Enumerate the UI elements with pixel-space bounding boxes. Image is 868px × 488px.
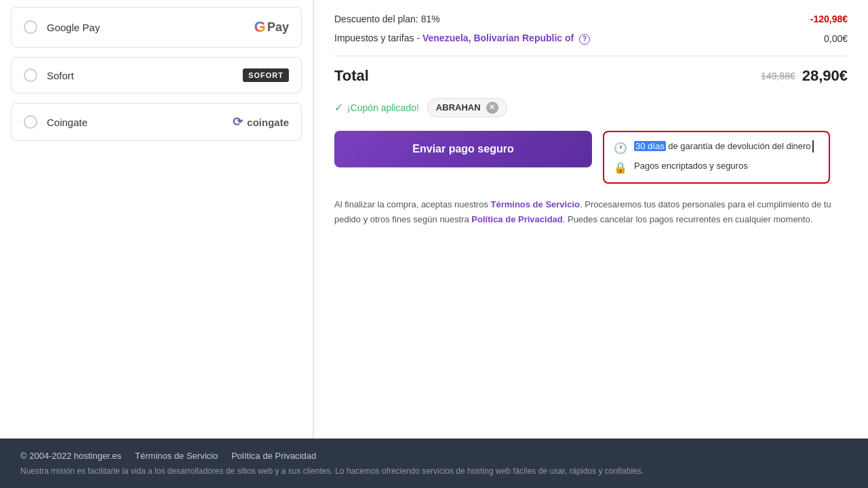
old-price: 149,88€	[761, 70, 795, 81]
coupon-applied: ✓ ¡Cupón aplicado!	[334, 101, 419, 114]
sofort-badge-text: SOFORT	[243, 68, 289, 82]
google-pay-logo: G Pay	[254, 18, 289, 36]
terms-of-service-link[interactable]: Términos de Servicio	[491, 199, 580, 209]
checkmark-icon: ✓	[334, 101, 343, 114]
footer-copyright: © 2004-2022 hostinger.es	[20, 451, 121, 461]
footer-terms-link[interactable]: Términos de Servicio	[135, 451, 218, 461]
coingate-icon: ⟳	[233, 115, 243, 129]
sofort-logo: SOFORT	[243, 68, 289, 82]
privacy-policy-link[interactable]: Política de Privacidad	[471, 214, 562, 224]
radio-coingate[interactable]	[24, 115, 37, 129]
guarantee-box: 🕐 30 días de garantía de devolución del …	[603, 131, 830, 184]
send-payment-button[interactable]: Enviar pago seguro	[334, 131, 592, 167]
footer-privacy-link[interactable]: Política de Privacidad	[231, 451, 316, 461]
tax-amount: 0,00€	[824, 33, 848, 44]
money-back-text: 30 días de garantía de devolución del di…	[634, 140, 819, 153]
coupon-remove-button[interactable]: ✕	[486, 102, 498, 114]
encrypted-text: Pagos encriptados y seguros	[634, 160, 748, 172]
left-panel: Google Pay G Pay Sofort SOFORT Coingate	[0, 0, 313, 439]
footer: © 2004-2022 hostinger.es Términos de Ser…	[0, 439, 868, 488]
coupon-code: ABRAHAN	[436, 102, 481, 113]
coingate-logo: ⟳ coingate	[233, 115, 289, 129]
legal-text: Al finalizar la compra, aceptas nuestros…	[334, 197, 848, 227]
discount-label: Descuento del plan: 81%	[334, 14, 440, 24]
price-divider	[334, 56, 848, 56]
coupon-row: ✓ ¡Cupón aplicado! ABRAHAN ✕	[334, 98, 848, 117]
google-pay-label: Google Pay	[47, 22, 254, 33]
coingate-text: coingate	[247, 117, 289, 128]
info-icon[interactable]: ?	[579, 34, 590, 45]
radio-sofort[interactable]	[24, 68, 37, 82]
new-price: 28,90€	[802, 67, 848, 85]
main-content: Google Pay G Pay Sofort SOFORT Coingate	[0, 0, 868, 439]
cursor-indicator	[812, 140, 819, 152]
clock-icon: 🕐	[614, 142, 627, 155]
total-label: Total	[334, 67, 369, 85]
money-back-item: 🕐 30 días de garantía de devolución del …	[614, 140, 819, 155]
encrypted-item: 🔒 Pagos encriptados y seguros	[614, 160, 819, 174]
action-area: Enviar pago seguro 🕐 30 días de garantía…	[334, 131, 848, 184]
coingate-label: Coingate	[47, 117, 233, 128]
discount-row: Descuento del plan: 81% -120,98€	[334, 14, 848, 24]
payment-option-google-pay[interactable]: Google Pay G Pay	[11, 7, 302, 47]
payment-option-sofort[interactable]: Sofort SOFORT	[11, 57, 302, 94]
coupon-applied-text: ¡Cupón aplicado!	[347, 102, 419, 113]
total-prices: 149,88€ 28,90€	[761, 67, 848, 85]
total-row: Total 149,88€ 28,90€	[334, 67, 848, 85]
page-wrapper: Google Pay G Pay Sofort SOFORT Coingate	[0, 0, 868, 488]
right-panel: Descuento del plan: 81% -120,98€ Impuest…	[313, 0, 868, 439]
footer-mission: Nuestra misión es facilitarle la vida a …	[20, 466, 848, 476]
gpay-g-icon: G	[254, 18, 266, 36]
lock-icon: 🔒	[614, 161, 627, 174]
coupon-badge: ABRAHAN ✕	[427, 98, 507, 117]
tax-row: Impuestos y tarifas - Venezuela, Bolivar…	[334, 33, 848, 45]
days-highlight: 30 días	[634, 141, 666, 151]
radio-google-pay[interactable]	[24, 20, 37, 34]
payment-option-coingate[interactable]: Coingate ⟳ coingate	[11, 103, 302, 141]
footer-links: © 2004-2022 hostinger.es Términos de Ser…	[20, 451, 848, 461]
sofort-label: Sofort	[47, 70, 243, 81]
tax-country-link[interactable]: Venezuela, Bolivarian Republic of	[422, 33, 574, 43]
tax-label: Impuestos y tarifas - Venezuela, Bolivar…	[334, 33, 590, 45]
gpay-pay-text: Pay	[267, 20, 289, 35]
discount-amount: -120,98€	[810, 14, 848, 24]
